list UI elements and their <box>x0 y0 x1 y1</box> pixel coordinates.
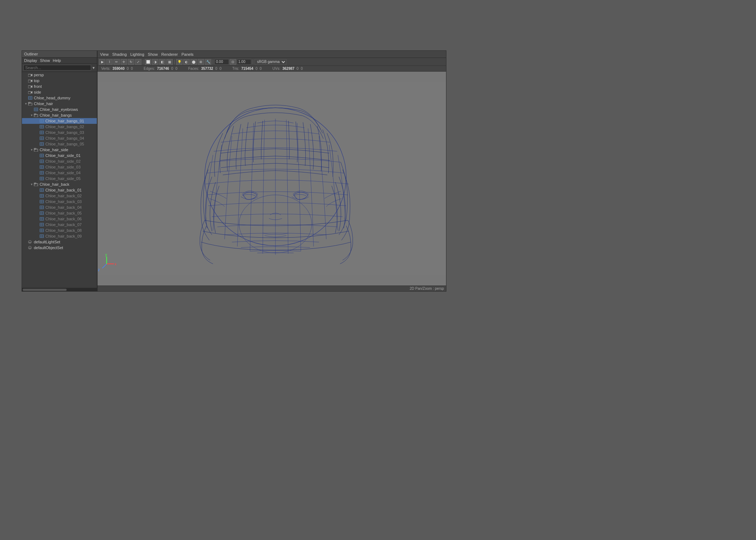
tree-item[interactable]: Chloe_hair_bangs_02 <box>22 124 97 130</box>
tree-item[interactable]: Chloe_hair_bangs_05 <box>22 141 97 147</box>
tb-shadow-btn[interactable]: ◐ <box>183 59 190 65</box>
tree-item[interactable]: Chloe_hair_back_04 <box>22 204 97 210</box>
viewport-menu-shading[interactable]: Shading <box>111 52 128 57</box>
outliner-menu-show[interactable]: Show <box>40 58 50 63</box>
expand-icon[interactable] <box>36 131 39 134</box>
uvs-zero1: 0 <box>297 67 299 71</box>
tb-light-btn[interactable]: 💡 <box>176 59 183 65</box>
outliner-menu-help[interactable]: Help <box>53 58 61 63</box>
outliner-scrollbar[interactable] <box>22 288 97 291</box>
tree-item[interactable]: persp <box>22 72 97 78</box>
tree-item[interactable]: Chloe_hair_bangs_01 <box>22 118 97 124</box>
expand-icon[interactable] <box>36 194 39 198</box>
tb-ao-btn[interactable]: ⬤ <box>190 59 197 65</box>
tree-item[interactable]: Chloe_hair_back_08 <box>22 228 97 233</box>
tb-smooth-btn[interactable]: ◑ <box>152 59 158 65</box>
expand-icon[interactable] <box>36 223 39 226</box>
tree-item[interactable]: defaultLightSet <box>22 239 97 245</box>
expand-icon[interactable]: ▼ <box>30 148 33 152</box>
edges-val: 716746 <box>157 67 169 71</box>
tb-move-btn[interactable]: ✛ <box>121 59 127 65</box>
tree-item[interactable]: Chloe_head_dummy <box>22 95 97 101</box>
tree-item[interactable]: Chloe_hair_bangs_03 <box>22 130 97 135</box>
expand-icon[interactable] <box>36 154 39 157</box>
tree-item[interactable]: ▼Chloe_hair <box>22 101 97 107</box>
tree-item[interactable]: Chloe_hair_bangs_04 <box>22 135 97 141</box>
expand-icon[interactable]: ▼ <box>30 113 33 117</box>
tb-grid-btn[interactable]: ⊞ <box>198 59 204 65</box>
expand-icon[interactable] <box>24 96 28 100</box>
svg-rect-0 <box>28 74 31 77</box>
expand-icon[interactable]: ▼ <box>24 102 28 105</box>
expand-icon[interactable] <box>24 246 28 249</box>
mesh-icon <box>40 142 45 146</box>
tree-item[interactable]: defaultObjectSet <box>22 245 97 251</box>
scrollbar-thumb[interactable] <box>23 289 67 291</box>
expand-icon[interactable] <box>24 79 28 82</box>
tree-item[interactable]: Chloe_hair_back_01 <box>22 187 97 193</box>
expand-icon[interactable] <box>36 217 39 221</box>
tree-item[interactable]: ▼Chloe_hair_bangs <box>22 112 97 118</box>
tb-scale-btn[interactable]: ⤢ <box>135 59 141 65</box>
expand-icon[interactable] <box>36 200 39 203</box>
tb-cam-extra[interactable]: ⊡ <box>230 59 236 65</box>
tb-wireframe-btn[interactable]: ⬜ <box>145 59 151 65</box>
tree-item[interactable]: Chloe_hair_side_05 <box>22 176 97 181</box>
tree-item[interactable]: Chloe_hair_side_03 <box>22 164 97 170</box>
expand-icon[interactable] <box>24 85 28 88</box>
expand-icon[interactable] <box>36 159 39 163</box>
viewport-menu-view[interactable]: View <box>99 52 110 57</box>
tb-zoom-field[interactable] <box>237 59 251 65</box>
expand-icon[interactable] <box>36 229 39 232</box>
tb-rotate-btn[interactable]: ↻ <box>128 59 134 65</box>
expand-icon[interactable] <box>36 136 39 140</box>
tree-item[interactable]: Chloe_hair_side_02 <box>22 158 97 164</box>
tree-item[interactable]: Chloe_hair_eyebrows <box>22 107 97 112</box>
tb-select-btn[interactable]: ▶ <box>99 59 105 65</box>
viewport-menu-panels[interactable]: Panels <box>180 52 195 57</box>
gamma-dropdown[interactable]: sRGB gamma <box>255 59 287 65</box>
tree-item[interactable]: Chloe_hair_back_02 <box>22 193 97 199</box>
viewport-canvas[interactable]: x y z <box>98 72 446 285</box>
expand-icon[interactable] <box>36 234 39 238</box>
tb-cam-value[interactable] <box>215 59 229 65</box>
expand-icon[interactable] <box>36 188 39 192</box>
expand-icon[interactable] <box>36 142 39 146</box>
viewport-menu-lighting[interactable]: Lighting <box>129 52 145 57</box>
expand-icon[interactable] <box>30 108 33 111</box>
group-icon <box>28 102 33 105</box>
tb-lasso-btn[interactable]: ⌇ <box>106 59 113 65</box>
tree-item[interactable]: Chloe_hair_back_03 <box>22 199 97 204</box>
expand-icon[interactable] <box>36 211 39 215</box>
expand-icon[interactable] <box>36 165 39 169</box>
expand-icon[interactable] <box>36 119 39 123</box>
tb-paint-btn[interactable]: ✏ <box>113 59 120 65</box>
viewport-menu-renderer[interactable]: Renderer <box>160 52 179 57</box>
tree-item[interactable]: Chloe_hair_back_09 <box>22 233 97 239</box>
search-dropdown-icon[interactable]: ▼ <box>92 66 95 70</box>
tree-item[interactable]: ▼Chloe_hair_back <box>22 181 97 187</box>
tb-flat-btn[interactable]: ◧ <box>159 59 166 65</box>
tree-item[interactable]: side <box>22 89 97 95</box>
tree-item[interactable]: Chloe_hair_side_01 <box>22 153 97 158</box>
tree-item[interactable]: Chloe_hair_back_05 <box>22 210 97 216</box>
expand-icon[interactable]: ▼ <box>30 183 33 186</box>
viewport-menu-show[interactable]: Show <box>147 52 159 57</box>
expand-icon[interactable] <box>36 125 39 129</box>
tree-item[interactable]: Chloe_hair_back_06 <box>22 216 97 222</box>
expand-icon[interactable] <box>24 90 28 94</box>
expand-icon[interactable] <box>24 73 28 77</box>
expand-icon[interactable] <box>36 206 39 209</box>
expand-icon[interactable] <box>24 240 28 244</box>
tree-item[interactable]: Chloe_hair_side_04 <box>22 170 97 176</box>
tree-item[interactable]: front <box>22 84 97 89</box>
tree-item[interactable]: top <box>22 78 97 84</box>
tree-item[interactable]: ▼Chloe_hair_side <box>22 147 97 153</box>
search-input[interactable] <box>23 65 91 71</box>
expand-icon[interactable] <box>36 177 39 180</box>
tree-item[interactable]: Chloe_hair_back_07 <box>22 222 97 228</box>
outliner-menu-display[interactable]: Display <box>24 58 37 63</box>
tb-snap-btn[interactable]: 🔧 <box>205 59 211 65</box>
tb-texture-btn[interactable]: ▦ <box>166 59 173 65</box>
expand-icon[interactable] <box>36 171 39 175</box>
